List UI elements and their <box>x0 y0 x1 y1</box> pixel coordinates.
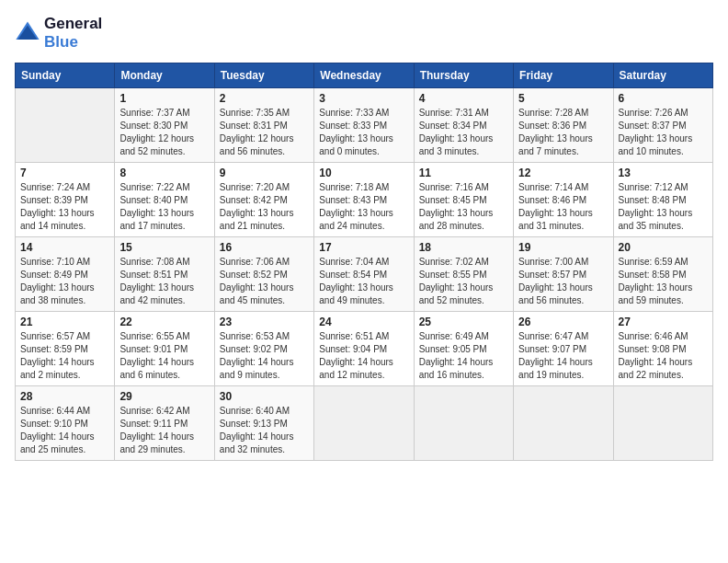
sunrise: Sunrise: 7:06 AM <box>220 256 309 269</box>
calendar-cell: 10 Sunrise: 7:18 AM Sunset: 8:43 PM Dayl… <box>314 163 414 237</box>
day-number: 25 <box>419 316 508 328</box>
day-info: Sunrise: 7:06 AM Sunset: 8:52 PM Dayligh… <box>220 256 309 307</box>
sunset: Sunset: 8:57 PM <box>518 269 608 282</box>
day-header: Wednesday <box>314 63 414 88</box>
sunrise: Sunrise: 6:47 AM <box>518 330 608 343</box>
day-info: Sunrise: 7:04 AM Sunset: 8:54 PM Dayligh… <box>319 256 408 307</box>
day-info: Sunrise: 6:47 AM Sunset: 9:07 PM Dayligh… <box>518 330 608 382</box>
sunrise: Sunrise: 7:22 AM <box>119 181 209 194</box>
calendar-cell: 19 Sunrise: 7:00 AM Sunset: 8:57 PM Dayl… <box>514 237 613 312</box>
daylight: Daylight: 14 hours and 2 minutes. <box>20 356 109 382</box>
day-number: 3 <box>319 92 408 105</box>
sunset: Sunset: 8:36 PM <box>518 120 608 132</box>
daylight: Daylight: 12 hours and 52 minutes. <box>119 132 209 158</box>
day-header: Sunday <box>16 63 115 88</box>
calendar-cell: 18 Sunrise: 7:02 AM Sunset: 8:55 PM Dayl… <box>414 237 513 312</box>
daylight: Daylight: 14 hours and 12 minutes. <box>319 356 408 382</box>
day-number: 29 <box>119 390 209 403</box>
calendar-cell: 7 Sunrise: 7:24 AM Sunset: 8:39 PM Dayli… <box>16 163 115 237</box>
day-info: Sunrise: 7:33 AM Sunset: 8:33 PM Dayligh… <box>319 107 408 158</box>
sunset: Sunset: 8:45 PM <box>419 194 508 207</box>
day-number: 28 <box>20 390 109 403</box>
sunrise: Sunrise: 7:24 AM <box>20 181 109 194</box>
daylight: Daylight: 13 hours and 42 minutes. <box>119 282 209 307</box>
calendar-cell: 16 Sunrise: 7:06 AM Sunset: 8:52 PM Dayl… <box>214 237 313 312</box>
daylight: Daylight: 13 hours and 0 minutes. <box>319 132 408 158</box>
calendar-cell: 11 Sunrise: 7:16 AM Sunset: 8:45 PM Dayl… <box>414 163 513 237</box>
calendar-cell: 1 Sunrise: 7:37 AM Sunset: 8:30 PM Dayli… <box>115 88 214 163</box>
sunset: Sunset: 8:30 PM <box>119 120 209 132</box>
day-number: 8 <box>119 167 209 179</box>
day-info: Sunrise: 7:26 AM Sunset: 8:37 PM Dayligh… <box>619 107 708 158</box>
calendar-cell: 26 Sunrise: 6:47 AM Sunset: 9:07 PM Dayl… <box>514 312 613 386</box>
day-number: 10 <box>319 167 408 179</box>
daylight: Daylight: 13 hours and 28 minutes. <box>419 207 508 233</box>
sunrise: Sunrise: 7:04 AM <box>319 256 408 269</box>
sunset: Sunset: 8:37 PM <box>619 120 708 132</box>
calendar-cell: 27 Sunrise: 6:46 AM Sunset: 9:08 PM Dayl… <box>613 312 712 386</box>
day-number: 18 <box>419 241 508 254</box>
day-number: 16 <box>220 241 309 254</box>
sunset: Sunset: 8:31 PM <box>220 120 309 132</box>
day-info: Sunrise: 6:57 AM Sunset: 8:59 PM Dayligh… <box>20 330 109 382</box>
day-number: 22 <box>119 316 209 328</box>
sunset: Sunset: 8:51 PM <box>119 269 209 282</box>
sunrise: Sunrise: 6:44 AM <box>20 405 109 418</box>
calendar-week-row: 7 Sunrise: 7:24 AM Sunset: 8:39 PM Dayli… <box>16 163 713 237</box>
daylight: Daylight: 13 hours and 45 minutes. <box>220 282 309 307</box>
day-info: Sunrise: 7:16 AM Sunset: 8:45 PM Dayligh… <box>419 181 508 233</box>
sunset: Sunset: 9:08 PM <box>619 343 708 356</box>
sunset: Sunset: 8:59 PM <box>20 343 109 356</box>
day-number: 26 <box>518 316 608 328</box>
calendar-cell <box>414 386 513 461</box>
calendar-week-row: 21 Sunrise: 6:57 AM Sunset: 8:59 PM Dayl… <box>16 312 713 386</box>
calendar-cell: 5 Sunrise: 7:28 AM Sunset: 8:36 PM Dayli… <box>514 88 613 163</box>
day-header: Thursday <box>414 63 513 88</box>
day-number: 6 <box>619 92 708 105</box>
day-info: Sunrise: 6:55 AM Sunset: 9:01 PM Dayligh… <box>119 330 209 382</box>
daylight: Daylight: 14 hours and 9 minutes. <box>220 356 309 382</box>
day-number: 12 <box>518 167 608 179</box>
day-number: 5 <box>518 92 608 105</box>
day-number: 23 <box>220 316 309 328</box>
sunset: Sunset: 8:58 PM <box>619 269 708 282</box>
sunrise: Sunrise: 6:59 AM <box>619 256 708 269</box>
sunrise: Sunrise: 7:20 AM <box>220 181 309 194</box>
day-info: Sunrise: 6:46 AM Sunset: 9:08 PM Dayligh… <box>619 330 708 382</box>
daylight: Daylight: 14 hours and 29 minutes. <box>119 431 209 456</box>
sunset: Sunset: 8:39 PM <box>20 194 109 207</box>
day-info: Sunrise: 7:10 AM Sunset: 8:49 PM Dayligh… <box>20 256 109 307</box>
day-info: Sunrise: 6:49 AM Sunset: 9:05 PM Dayligh… <box>419 330 508 382</box>
sunrise: Sunrise: 7:33 AM <box>319 107 408 120</box>
day-number: 27 <box>619 316 708 328</box>
daylight: Daylight: 14 hours and 22 minutes. <box>619 356 708 382</box>
sunset: Sunset: 8:49 PM <box>20 269 109 282</box>
calendar-cell <box>514 386 613 461</box>
sunrise: Sunrise: 7:14 AM <box>518 181 608 194</box>
sunrise: Sunrise: 7:31 AM <box>419 107 508 120</box>
sunset: Sunset: 9:11 PM <box>119 418 209 431</box>
day-info: Sunrise: 7:20 AM Sunset: 8:42 PM Dayligh… <box>220 181 309 233</box>
daylight: Daylight: 13 hours and 49 minutes. <box>319 282 408 307</box>
sunset: Sunset: 8:34 PM <box>419 120 508 132</box>
daylight: Daylight: 14 hours and 19 minutes. <box>518 356 608 382</box>
daylight: Daylight: 14 hours and 16 minutes. <box>419 356 508 382</box>
calendar-cell <box>613 386 712 461</box>
sunrise: Sunrise: 6:46 AM <box>619 330 708 343</box>
day-info: Sunrise: 7:02 AM Sunset: 8:55 PM Dayligh… <box>419 256 508 307</box>
day-info: Sunrise: 6:51 AM Sunset: 9:04 PM Dayligh… <box>319 330 408 382</box>
daylight: Daylight: 13 hours and 17 minutes. <box>119 207 209 233</box>
daylight: Daylight: 13 hours and 21 minutes. <box>220 207 309 233</box>
sunset: Sunset: 9:01 PM <box>119 343 209 356</box>
calendar-cell: 8 Sunrise: 7:22 AM Sunset: 8:40 PM Dayli… <box>115 163 214 237</box>
sunrise: Sunrise: 7:00 AM <box>518 256 608 269</box>
daylight: Daylight: 12 hours and 56 minutes. <box>220 132 309 158</box>
calendar-cell: 28 Sunrise: 6:44 AM Sunset: 9:10 PM Dayl… <box>16 386 115 461</box>
sunrise: Sunrise: 7:08 AM <box>119 256 209 269</box>
sunset: Sunset: 9:13 PM <box>220 418 309 431</box>
sunrise: Sunrise: 6:40 AM <box>220 405 309 418</box>
daylight: Daylight: 13 hours and 24 minutes. <box>319 207 408 233</box>
daylight: Daylight: 13 hours and 10 minutes. <box>619 132 708 158</box>
day-info: Sunrise: 6:44 AM Sunset: 9:10 PM Dayligh… <box>20 405 109 456</box>
sunset: Sunset: 8:42 PM <box>220 194 309 207</box>
